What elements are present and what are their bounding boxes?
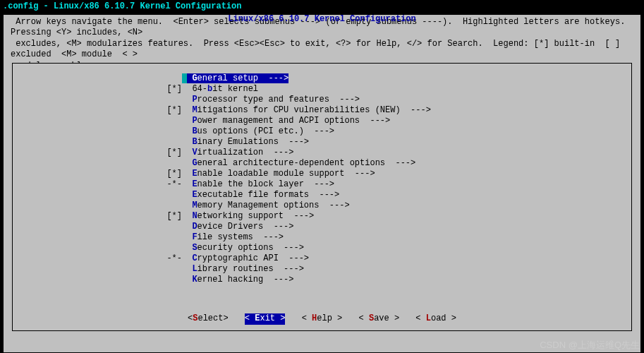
menu-item-prefix [13,73,182,85]
menu-item-hotkey: D [192,222,197,232]
menu-item-label: Kernel hacking ---> [187,275,293,285]
menu-item-hotkey: B [192,126,197,136]
menu-item-hotkey: C [192,253,197,263]
menu-item[interactable]: Memory Management options ---> [13,201,631,211]
window-title: .config - Linux/x86 6.10.7 Kernel Config… [0,0,644,14]
menu-item-hotkey: M [192,201,197,210]
menu-item[interactable]: File systems ---> [13,232,631,243]
menu-item-label: General architecture-dependent options -… [187,158,415,168]
menu-item-hotkey: E [192,169,197,179]
menu-item-label: Memory Management options ---> [187,201,349,210]
menu-item-label: Device Drivers ---> [187,222,293,232]
save-button[interactable]: < Save > [359,313,400,325]
menu-item-label: Enable loadable module support ---> [187,169,375,179]
menu-item-hotkey: L [192,264,197,274]
menu-item-label: Mitigations for CPU vulnerabilities (NEW… [187,105,431,115]
panel-title: Linux/x86 6.10.7 Kernel Configuration [4,14,640,25]
menu-item-hotkey: E [192,179,197,189]
menu-item-prefix [13,264,182,275]
menu-item-hotkey: G [192,158,197,168]
menu-item-label: Executable file formats ---> [187,190,339,200]
menu-item-label: 64-bit kernel [187,84,258,94]
menu-item[interactable]: Kernel hacking ---> [13,275,631,285]
menu-item-prefix: -*- [13,253,182,265]
menu-item[interactable]: General setup ---> [13,73,631,84]
menu-item-label: Library routines ---> [187,264,304,274]
menu-item-prefix [13,232,182,244]
menu-item[interactable]: [*] Enable loadable module support ---> [13,169,631,179]
outer-frame: Linux/x86 6.10.7 Kernel Configuration Ar… [3,14,641,353]
menu-item[interactable]: Executable file formats ---> [13,190,631,201]
menu-item[interactable]: [*] Virtualization ---> [13,148,631,158]
menu-item[interactable]: -*- Enable the block layer ---> [13,179,631,190]
menu-item-label: File systems ---> [187,232,284,242]
menu-item-prefix [13,243,182,254]
menu-item-label: Virtualization ---> [187,148,293,157]
menu-item-prefix [13,275,182,286]
menu-item-label: Power management and ACPI options ---> [187,116,390,126]
menu-item-label: Networking support ---> [187,211,314,221]
menu-item-hotkey: V [192,148,197,157]
menu-item-prefix [13,95,182,106]
menu-item-hotkey: M [192,105,197,115]
menu-item-hotkey: E [192,190,197,200]
menu-item[interactable]: General architecture-dependent options -… [13,158,631,169]
menu-item-label: Processor type and features ---> [187,95,360,104]
menu-item[interactable]: Binary Emulations ---> [13,137,631,148]
menu-item[interactable]: Power management and ACPI options ---> [13,116,631,126]
help-button[interactable]: < Help > [302,313,343,325]
menu-item[interactable]: Processor type and features ---> [13,95,631,105]
menu-item-prefix: [*] [13,84,182,95]
menu-item-label: Enable the block layer ---> [187,179,334,189]
menu-item-prefix: [*] [13,169,182,180]
menu-item-hotkey: K [192,275,197,285]
menu-item-prefix [13,158,182,169]
menu-list: General setup --->[*] 64-bit kernel Proc… [13,64,631,285]
menu-item[interactable]: [*] Networking support ---> [13,211,631,222]
menu-item-label: Binary Emulations ---> [187,137,309,147]
menu-item-label: Cryptographic API ---> [187,253,309,263]
menu-item-hotkey: G [192,73,197,83]
menu-item-hotkey: P [192,116,197,126]
menu-item-hotkey: S [192,243,197,253]
load-button[interactable]: < Load > [415,313,456,325]
menu-item-prefix [13,116,182,127]
menu-item[interactable]: -*- Cryptographic API ---> [13,253,631,264]
menu-item-label: General setup ---> [187,73,288,83]
menu-item[interactable]: Security options ---> [13,243,631,253]
menu-frame: General setup --->[*] 64-bit kernel Proc… [12,63,632,331]
menu-item-label: Security options ---> [187,243,304,253]
menu-item-prefix: -*- [13,179,182,191]
menu-item[interactable]: [*] 64-bit kernel [13,84,631,95]
menu-item-prefix [13,137,182,148]
menu-item-hotkey: B [192,137,197,147]
select-button[interactable]: <Select> [188,313,229,325]
menu-item-prefix [13,201,182,212]
menu-item-label: Bus options (PCI etc.) ---> [187,126,334,136]
menu-item[interactable]: Bus options (PCI etc.) ---> [13,126,631,137]
exit-button[interactable]: < Exit > [245,313,286,325]
menu-item-prefix: [*] [13,105,182,116]
button-bar: <Select> < Exit > < Help > < Save > < Lo… [13,313,631,325]
menu-item-prefix [13,190,182,201]
menu-item-hotkey: P [192,95,197,104]
menu-item[interactable]: [*] Mitigations for CPU vulnerabilities … [13,105,631,116]
menu-item-prefix: [*] [13,148,182,159]
menu-item-hotkey: N [192,211,197,221]
menu-item-prefix [13,126,182,138]
menu-item-hotkey: F [192,232,197,242]
menu-item[interactable]: Device Drivers ---> [13,222,631,232]
menu-item[interactable]: Library routines ---> [13,264,631,275]
watermark: CSDN @上海运维Q先生 [540,340,640,352]
menu-item-prefix [13,222,182,233]
menu-item-prefix: [*] [13,211,182,222]
